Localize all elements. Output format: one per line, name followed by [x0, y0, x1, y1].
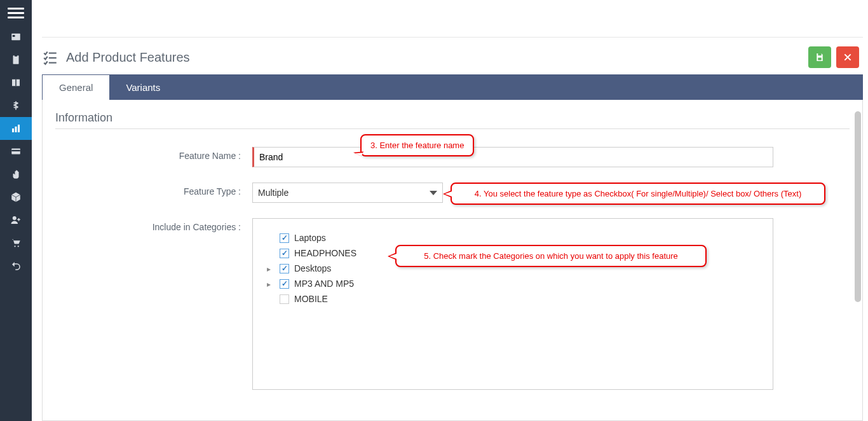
checkbox[interactable] [280, 264, 289, 273]
label-feature-name: Feature Name : [55, 147, 252, 161]
clipboard-icon [10, 54, 22, 66]
section-title: Information [55, 111, 850, 129]
checkbox[interactable] [280, 294, 289, 304]
tree-label: Desktops [294, 263, 331, 273]
sidebar-item-columns[interactable] [0, 71, 32, 94]
undo-icon [10, 260, 22, 272]
sidebar-item-card[interactable] [0, 140, 32, 163]
sidebar-item-box[interactable] [0, 186, 32, 209]
tree-node-mobile[interactable]: MOBILE [267, 291, 759, 307]
svg-rect-8 [18, 125, 20, 132]
tree-label: MP3 AND MP5 [294, 279, 354, 289]
page-title-wrap: Add Product Features [42, 49, 190, 66]
tree-expander[interactable] [267, 263, 275, 273]
tab-general[interactable]: General [43, 75, 109, 100]
sidebar-item-clipboard[interactable] [0, 48, 32, 71]
label-feature-type: Feature Type : [55, 183, 252, 197]
sidebar-item-hand[interactable] [0, 163, 32, 186]
callout-feature-type: 4. You select the feature type as Checkb… [451, 183, 825, 205]
save-button[interactable] [808, 46, 831, 68]
close-button[interactable] [836, 46, 859, 68]
id-card-icon [10, 31, 22, 43]
save-icon [815, 52, 825, 62]
columns-icon [10, 77, 22, 88]
money-icon [10, 100, 22, 111]
sidebar-item-money[interactable] [0, 94, 32, 117]
svg-rect-14 [49, 52, 57, 53]
sidebar-item-cart[interactable] [0, 231, 32, 254]
page-title: Add Product Features [66, 50, 190, 65]
svg-rect-1 [13, 35, 15, 37]
sidebar-item-chart[interactable] [0, 117, 32, 140]
main: Add Product Features General Variants In… [32, 0, 868, 421]
svg-rect-10 [11, 150, 20, 151]
tabs-bar: General Variants [42, 74, 863, 100]
svg-rect-16 [49, 62, 57, 64]
svg-rect-18 [818, 58, 821, 60]
svg-rect-6 [12, 128, 14, 132]
tree-label: MOBILE [294, 294, 328, 304]
feature-type-value: Multiple [258, 188, 288, 198]
user-plus-icon [10, 214, 22, 226]
category-tree: Laptops HEADPHONES Desktops [252, 218, 773, 390]
tree-expander[interactable] [267, 279, 275, 289]
card-icon [10, 146, 22, 157]
sidebar-item-id-card[interactable] [0, 25, 32, 48]
box-icon [10, 191, 22, 203]
tree-label: Laptops [294, 233, 326, 243]
label-categories: Include in Categories : [55, 218, 252, 232]
cart-icon [10, 237, 22, 249]
svg-rect-3 [15, 55, 18, 57]
checkbox[interactable] [280, 249, 289, 258]
checkbox[interactable] [280, 279, 289, 289]
sidebar-item-user-plus[interactable] [0, 209, 32, 231]
tree-label: HEADPHONES [294, 248, 356, 258]
sidebar [0, 0, 32, 421]
tree-node-mp3[interactable]: MP3 AND MP5 [267, 276, 759, 291]
callout-feature-name: 3. Enter the feature name [360, 134, 474, 156]
callout-categories: 5. Check mark the Categories on which yo… [395, 245, 707, 267]
svg-point-12 [14, 245, 15, 247]
scrollbar-thumb[interactable] [855, 111, 861, 302]
feature-name-input[interactable] [252, 147, 773, 167]
tab-variants[interactable]: Variants [109, 75, 177, 99]
svg-rect-5 [15, 79, 17, 86]
svg-rect-2 [13, 55, 19, 64]
panel: Information Feature Name : Feature Type … [42, 100, 863, 421]
svg-rect-7 [15, 127, 17, 132]
chevron-down-icon [430, 191, 437, 195]
row-categories: Include in Categories : Laptops HEADPHON… [55, 218, 850, 390]
feature-type-select[interactable]: Multiple [252, 183, 443, 203]
hamburger-menu[interactable] [0, 0, 32, 25]
sidebar-item-undo[interactable] [0, 254, 32, 277]
svg-rect-15 [49, 57, 57, 59]
checkbox[interactable] [280, 233, 289, 243]
tree-node-laptops[interactable]: Laptops [267, 230, 759, 245]
svg-point-11 [13, 216, 17, 220]
chart-icon [10, 123, 22, 134]
list-check-icon [42, 49, 58, 66]
page-header: Add Product Features [42, 37, 863, 74]
header-actions [808, 46, 859, 68]
hand-icon [10, 169, 22, 180]
close-icon [843, 52, 853, 62]
svg-point-13 [18, 245, 19, 247]
svg-rect-17 [818, 53, 821, 55]
